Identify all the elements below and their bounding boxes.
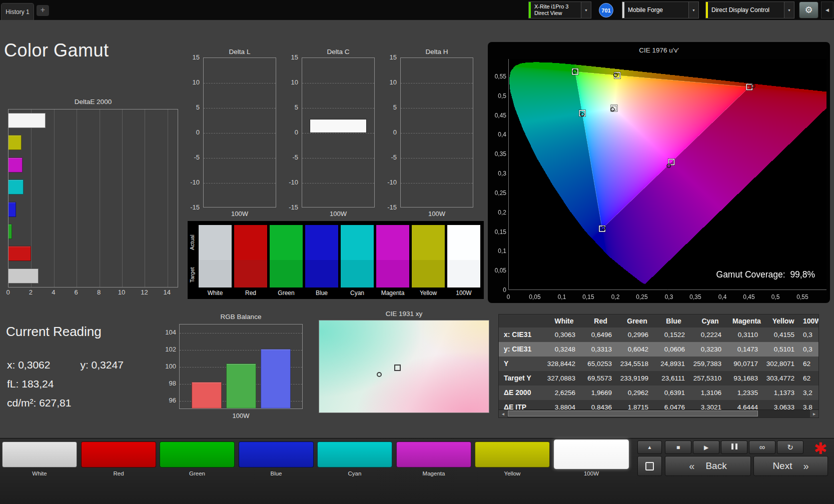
y-label: y: <box>80 359 88 370</box>
y-tick-label: 0,45 <box>488 112 506 120</box>
tab-history[interactable]: History 1 <box>1 3 34 20</box>
rgb-balance-chart: RGB Balance 9698100102104 100W <box>163 313 304 420</box>
patch-window-button[interactable] <box>637 456 662 476</box>
y-tick-label: 0 <box>188 128 200 136</box>
y-tick-label: 96 <box>163 396 176 404</box>
scroll-left-button[interactable]: ◂ <box>499 410 507 418</box>
patch-button-white[interactable] <box>2 442 77 468</box>
table-row[interactable]: Target Y327,088369,5573233,919923,611125… <box>499 371 818 386</box>
fl-label: fL: <box>7 378 19 390</box>
table-row[interactable]: Y328,844265,0253234,551824,8931259,73839… <box>499 356 818 371</box>
y-tick-label: -15 <box>188 204 200 212</box>
add-tab-button[interactable]: + <box>37 5 49 16</box>
gridline <box>145 110 145 287</box>
loop-button[interactable]: ↻ <box>777 440 803 454</box>
gear-icon: ⚙ <box>804 4 812 16</box>
table-cell: 0,3 <box>801 342 818 356</box>
gamut-table-body: x: CIE310,30630,64960,29960,15220,22240,… <box>499 328 818 414</box>
chevron-down-icon[interactable]: ▼ <box>784 2 794 18</box>
gridline <box>302 183 374 184</box>
y-axis: 151050-5-10-15 <box>188 58 201 208</box>
patch-button-blue[interactable] <box>239 442 314 468</box>
swatch-actual <box>412 225 445 260</box>
gridline <box>122 110 123 287</box>
chart-title: DeltaE 2000 <box>8 98 178 106</box>
swatch-target <box>270 260 303 288</box>
back-label: Back <box>705 460 726 472</box>
patch-button-cyan[interactable] <box>317 442 392 468</box>
cie1931-chart: CIE 1931 xy <box>319 310 489 416</box>
patch-button-red[interactable] <box>81 442 156 468</box>
target-marker <box>394 364 401 371</box>
x-tick-label: 0,1 <box>558 293 566 301</box>
play-button[interactable]: ▶ <box>693 440 719 454</box>
source-dropdown[interactable]: Mobile Forge ▼ <box>622 2 699 18</box>
swatch-actual <box>270 225 303 260</box>
scroll-right-button[interactable]: ▸ <box>810 410 818 418</box>
patch-button-magenta[interactable] <box>396 442 471 468</box>
table-row[interactable]: x: CIE310,30630,64960,29960,15220,22240,… <box>499 328 818 342</box>
table-row[interactable]: ΔE 20002,62561,96690,29620,63911,31061,2… <box>499 386 818 400</box>
infinity-icon: ∞ <box>759 444 765 452</box>
next-button[interactable]: Next» <box>753 456 828 476</box>
swatch-column-100w: 100W <box>447 225 480 296</box>
patch-label: Cyan <box>317 470 392 476</box>
x-tick-label: 0 <box>6 288 10 296</box>
loop-icon: ↻ <box>787 444 793 451</box>
y-value: 0,3247 <box>92 359 124 370</box>
table-cell: 0,5101 <box>765 342 801 356</box>
patch-button-green[interactable] <box>160 442 235 468</box>
horizontal-scrollbar[interactable]: ◂ ▸ <box>499 410 818 418</box>
chevron-down-icon[interactable]: ▼ <box>688 2 698 18</box>
swatch-target <box>376 260 409 288</box>
table-cell: 303,4772 <box>765 371 801 386</box>
top-bar: History 1 + X-Rite i1Pro 3 Direct View ▼… <box>0 0 834 20</box>
y-tick-label: 0,35 <box>488 150 506 158</box>
play-icon: ▶ <box>704 444 708 450</box>
y-tick-label: 0 <box>385 128 397 136</box>
gamut-coverage-value: 99,8% <box>790 270 815 280</box>
y-tick-label: 0,15 <box>488 228 506 236</box>
table-cell: 0,6042 <box>619 342 655 356</box>
gridline <box>401 108 473 108</box>
scrollbar-thumb[interactable] <box>508 410 758 416</box>
pause-button[interactable] <box>721 440 747 454</box>
gridline <box>180 333 302 334</box>
scroll-up-button[interactable]: ▲ <box>637 440 662 454</box>
scrollbar-track[interactable] <box>507 410 810 418</box>
rgb-y-axis: 9698100102104 <box>163 324 177 409</box>
meter-dropdown[interactable]: X-Rite i1Pro 3 Direct View ▼ <box>528 2 591 18</box>
settings-button[interactable]: ⚙ <box>799 2 818 18</box>
patch-button-yellow[interactable] <box>475 442 550 468</box>
page-title: Color Gamut <box>4 40 109 61</box>
collapse-panel-button[interactable]: ◀ <box>821 2 833 18</box>
meter-count-badge: 701 <box>599 3 613 18</box>
deltae-bar-yellow <box>9 135 22 150</box>
x-tick-label: 6 <box>75 288 78 296</box>
rgb-bar-green <box>226 364 256 408</box>
continuous-button[interactable]: ∞ <box>749 440 775 454</box>
stop-button[interactable]: ■ <box>665 440 691 454</box>
swatch-target <box>412 260 445 288</box>
swatch-strip: Actual Target WhiteRedGreenBlueCyanMagen… <box>188 221 484 299</box>
x-tick-label: 10 <box>118 288 125 296</box>
swatch-columns: WhiteRedGreenBlueCyanMagentaYellow100W <box>188 221 484 299</box>
column-header: Magenta <box>728 314 765 328</box>
gridline <box>204 158 276 158</box>
gridline <box>100 110 100 287</box>
cie1976-chart: CIE 1976 u'v' 00,050,10,150,20,250,30,35… <box>488 42 830 303</box>
y-tick-label: 104 <box>163 328 176 336</box>
x-tick-label: 0 <box>507 293 510 301</box>
patch-label: Yellow <box>475 470 550 476</box>
display-control-dropdown[interactable]: Direct Display Control ▼ <box>705 2 794 18</box>
swatch-column-cyan: Cyan <box>341 225 374 296</box>
table-cell: 0,2962 <box>619 386 655 400</box>
table-row[interactable]: y: CIE310,32480,33130,60420,06060,32300,… <box>499 342 818 356</box>
chevron-down-icon[interactable]: ▼ <box>581 2 591 18</box>
column-header <box>499 314 546 328</box>
y-tick-label: -5 <box>385 154 397 162</box>
x-tick-label: 8 <box>97 288 101 296</box>
table-cell: 1,3106 <box>692 386 728 400</box>
back-button[interactable]: «Back <box>665 456 751 476</box>
patch-button-100w[interactable] <box>554 440 629 469</box>
